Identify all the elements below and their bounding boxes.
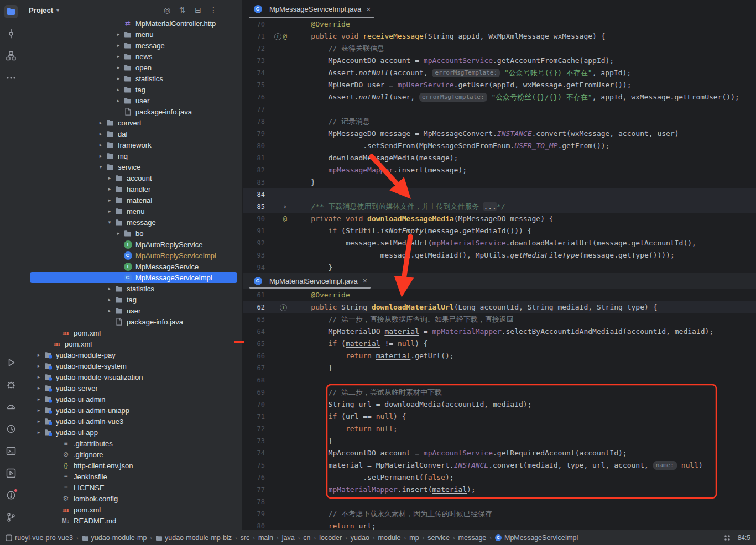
tree-item-license[interactable]: ≡LICENSE — [22, 482, 242, 493]
tree-item-handler[interactable]: ▸handler — [22, 184, 242, 195]
code-line-70[interactable]: 70 @Override — [243, 18, 756, 30]
code-line-81[interactable]: 81 downloadMessageMedia(message); — [243, 152, 756, 164]
tree-item-http-client-env-json[interactable]: {}http-client.env.json — [22, 460, 242, 471]
breadcrumb-item-ruoyi-vue-pro-vue3[interactable]: ruoyi-vue-pro-vue3 — [6, 534, 73, 542]
tree-item-pom-xml[interactable]: mpom.xml — [22, 504, 242, 515]
run-tool-icon[interactable] — [4, 356, 18, 369]
gutter[interactable]: 69 — [243, 386, 294, 399]
chevron-right-icon[interactable]: ▸ — [114, 87, 123, 92]
chevron-right-icon[interactable]: ▸ — [34, 352, 43, 358]
code-line-85[interactable]: 85› /** 下载消息使用到的媒体文件，并上传到文件服务 ...*/ — [243, 201, 756, 213]
chevron-right-icon[interactable]: ▸ — [34, 385, 43, 391]
chevron-right-icon[interactable]: ▸ — [34, 429, 43, 435]
chevron-right-icon[interactable]: ▸ — [105, 297, 114, 302]
hide-panel-icon[interactable]: — — [223, 4, 235, 16]
tree-item-service[interactable]: ▾service — [22, 161, 242, 172]
chevron-right-icon[interactable]: ▸ — [105, 308, 114, 313]
status-widget-icon[interactable] — [722, 533, 732, 543]
code-line-73[interactable]: 73 MpAccountDO account = mpAccountServic… — [243, 55, 756, 67]
tree-item-convert[interactable]: ▸convert — [22, 117, 242, 128]
code-line-63[interactable]: 63 // 第一步，直接从数据库查询。如果已经下载，直接返回 — [243, 313, 756, 326]
tree-item-yudao-module-pay[interactable]: ▸yudao-module-pay — [22, 349, 242, 360]
chevron-right-icon[interactable]: ▸ — [105, 197, 114, 203]
chevron-right-icon[interactable]: ▸ — [105, 175, 114, 181]
gutter[interactable]: 75 — [243, 459, 294, 471]
more-tools-icon[interactable] — [4, 71, 18, 85]
fold-marker-icon[interactable]: › — [283, 203, 287, 211]
gutter[interactable]: 94 — [243, 261, 294, 272]
close-tab-icon[interactable]: × — [363, 276, 367, 285]
breadcrumb-item-main[interactable]: main — [258, 534, 273, 542]
chevron-right-icon[interactable]: ▸ — [114, 76, 123, 81]
services-tool-icon[interactable] — [4, 467, 18, 480]
tree-item-menu[interactable]: ▸menu — [22, 206, 242, 217]
tree-item-yudao-server[interactable]: ▸yudao-server — [22, 382, 242, 394]
code-line-79[interactable]: 79 MpMessageDO message = MpMessageConver… — [243, 128, 756, 140]
gutter[interactable]: 91 — [243, 225, 294, 237]
chevron-right-icon[interactable]: ▸ — [96, 142, 105, 148]
tree-item-statistics[interactable]: ▸statistics — [22, 73, 242, 84]
gutter[interactable]: 70 — [243, 399, 294, 411]
chevron-down-icon[interactable]: ▾ — [105, 219, 114, 225]
gutter[interactable]: 71↑@ — [243, 30, 294, 43]
tree-item-pom-xml[interactable]: mpom.xml — [22, 338, 242, 349]
chevron-right-icon[interactable]: ▸ — [96, 153, 105, 159]
code-line-79[interactable]: 79 // 不考虑下载永久素材，因为上传的时候已经保存 — [243, 508, 756, 520]
project-panel-title[interactable]: Project — [29, 6, 53, 14]
gutter[interactable]: 75 — [243, 79, 294, 91]
code-line-78[interactable]: 78 — [243, 496, 756, 508]
commit-tool-icon[interactable] — [4, 27, 18, 40]
gutter[interactable]: 63 — [243, 313, 294, 326]
tree-item-package-info-java[interactable]: package-info.java — [22, 106, 242, 117]
code-line-65[interactable]: 65 if (material != null) { — [243, 338, 756, 350]
gutter[interactable]: 78 — [243, 496, 294, 508]
gutter[interactable]: 93 — [243, 249, 294, 261]
tree-item-readme-md[interactable]: M↓README.md — [22, 515, 242, 526]
gutter[interactable]: 73 — [243, 435, 294, 447]
breadcrumb-item-yudao-module-mp[interactable]: yudao-module-mp — [82, 534, 147, 542]
expand-all-icon[interactable]: ⇅ — [176, 4, 189, 16]
annotation-marker-icon[interactable]: @ — [283, 216, 287, 223]
code-line-78[interactable]: 78 // 记录消息 — [243, 116, 756, 128]
gutter[interactable]: 77 — [243, 103, 294, 116]
terminal-tool-icon[interactable] — [4, 444, 18, 458]
tab-mpmaterialserviceimpl[interactable]: C MpMaterialServiceImpl.java × — [247, 273, 373, 289]
code-line-82[interactable]: 82 mpMessageMapper.insert(message); — [243, 164, 756, 176]
breadcrumb-item-module[interactable]: module — [378, 534, 401, 542]
tree-item-user[interactable]: ▸user — [22, 95, 242, 106]
code-line-61[interactable]: 61 @Override — [243, 289, 756, 301]
tree-item-statistics[interactable]: ▸statistics — [22, 283, 242, 294]
code-line-76[interactable]: 76 .setPermanent(false); — [243, 471, 756, 484]
breadcrumb-item-iocoder[interactable]: iocoder — [319, 534, 342, 542]
code-line-93[interactable]: 93 message.getMediaId(), MpUtils.getMedi… — [243, 249, 756, 261]
tree-item-mpautoreplyserviceimpl[interactable]: CMpAutoReplyServiceImpl — [22, 250, 242, 261]
breadcrumb-item-cn[interactable]: cn — [303, 534, 310, 542]
breadcrumb-item-java[interactable]: java — [282, 534, 295, 542]
gutter[interactable]: 85› — [243, 201, 294, 213]
gutter[interactable]: 92 — [243, 237, 294, 249]
breadcrumb-item-mp[interactable]: mp — [409, 534, 419, 542]
tree-item-yudao-ui-admin-uniapp[interactable]: ▸yudao-ui-admin-uniapp — [22, 405, 242, 416]
gutter[interactable]: 72 — [243, 43, 294, 55]
code-line-71[interactable]: 71↑@ public void receiveMessage(String a… — [243, 30, 756, 43]
tree-item-tag[interactable]: ▸tag — [22, 294, 242, 305]
code-line-62[interactable]: 62↑ public String downloadMaterialUrl(Lo… — [243, 301, 756, 313]
chevron-right-icon[interactable]: ▸ — [114, 43, 123, 48]
project-tool-icon[interactable] — [4, 5, 18, 18]
chevron-right-icon[interactable]: ▸ — [114, 32, 123, 37]
gutter[interactable]: 77 — [243, 484, 294, 496]
override-marker-icon[interactable]: ↑ — [274, 33, 281, 40]
gutter[interactable]: 67 — [243, 362, 294, 374]
caret-position[interactable]: 84:5 — [738, 534, 750, 542]
code-line-75[interactable]: 75 MpUserDO user = mpUserService.getUser… — [243, 79, 756, 91]
tree-item-pom-xml[interactable]: mpom.xml — [22, 327, 242, 338]
annotation-marker-icon[interactable]: @ — [283, 33, 287, 40]
gutter[interactable]: 72 — [243, 423, 294, 435]
history-tool-icon[interactable] — [4, 422, 18, 436]
gutter[interactable]: 84 — [243, 188, 294, 201]
tree-item-jenkinsfile[interactable]: ≡Jenkinsfile — [22, 471, 242, 482]
breadcrumb-item-service[interactable]: service — [427, 534, 450, 542]
gutter[interactable]: 66 — [243, 350, 294, 362]
chevron-right-icon[interactable]: ▸ — [34, 363, 43, 369]
code-line-74[interactable]: 74 MpAccountDO account = mpAccountServic… — [243, 447, 756, 459]
